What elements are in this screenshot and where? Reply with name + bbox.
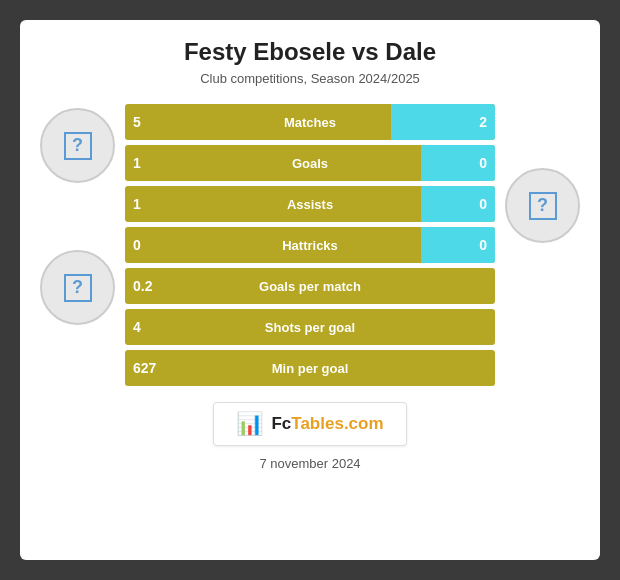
stat-val-left: 0 bbox=[133, 237, 141, 253]
stat-label: Min per goal bbox=[272, 361, 349, 376]
stat-row: Shots per goal4 bbox=[125, 309, 495, 345]
stat-row: Goals10 bbox=[125, 145, 495, 181]
right-player-col: ? bbox=[505, 104, 580, 243]
stat-label: Shots per goal bbox=[265, 320, 355, 335]
stat-row: Hattricks00 bbox=[125, 227, 495, 263]
logo-text: FcTables.com bbox=[271, 414, 383, 434]
bars-column: Matches52Goals10Assists10Hattricks00Goal… bbox=[125, 104, 495, 386]
logo-box: 📊 FcTables.com bbox=[213, 402, 406, 446]
logo-area: 📊 FcTables.com bbox=[40, 402, 580, 446]
avatar-icon-left-top: ? bbox=[64, 132, 92, 160]
stat-val-left: 627 bbox=[133, 360, 156, 376]
stat-row: Goals per match0.2 bbox=[125, 268, 495, 304]
stat-val-right: 0 bbox=[479, 237, 487, 253]
stat-val-left: 5 bbox=[133, 114, 141, 130]
main-card: Festy Ebosele vs Dale Club competitions,… bbox=[20, 20, 600, 560]
stat-val-right: 2 bbox=[479, 114, 487, 130]
stat-row: Min per goal627 bbox=[125, 350, 495, 386]
stat-label: Goals bbox=[292, 156, 328, 171]
stat-row: Matches52 bbox=[125, 104, 495, 140]
stat-label: Hattricks bbox=[282, 238, 338, 253]
stat-val-left: 4 bbox=[133, 319, 141, 335]
avatar-right: ? bbox=[505, 168, 580, 243]
stat-val-right: 0 bbox=[479, 196, 487, 212]
stats-area: ? ? Matches52Goals10Assists10Hattricks00… bbox=[40, 104, 580, 386]
stat-val-left: 1 bbox=[133, 196, 141, 212]
stat-val-left: 1 bbox=[133, 155, 141, 171]
subtitle: Club competitions, Season 2024/2025 bbox=[40, 71, 580, 86]
avatar-icon-right: ? bbox=[529, 192, 557, 220]
stat-label: Assists bbox=[287, 197, 333, 212]
stat-val-right: 0 bbox=[479, 155, 487, 171]
stat-row: Assists10 bbox=[125, 186, 495, 222]
avatar-left-bottom: ? bbox=[40, 250, 115, 325]
stat-label: Goals per match bbox=[259, 279, 361, 294]
logo-icon: 📊 bbox=[236, 411, 263, 437]
stat-val-left: 0.2 bbox=[133, 278, 152, 294]
date-label: 7 november 2024 bbox=[40, 456, 580, 471]
left-player-col: ? ? bbox=[40, 104, 115, 325]
avatar-left-top: ? bbox=[40, 108, 115, 183]
avatar-icon-left-bottom: ? bbox=[64, 274, 92, 302]
stat-label: Matches bbox=[284, 115, 336, 130]
page-title: Festy Ebosele vs Dale bbox=[40, 38, 580, 66]
